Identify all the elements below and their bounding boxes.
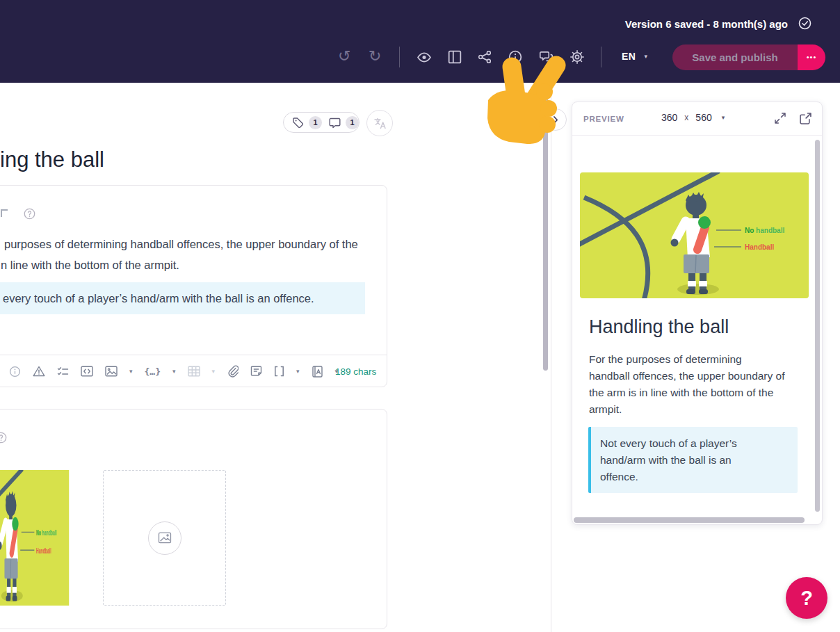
language-label: EN bbox=[622, 51, 636, 62]
top-navbar: Version 6 saved - 8 month(s) ago ↺ ↻ bbox=[0, 0, 840, 83]
preview-course-image bbox=[580, 172, 809, 298]
warning-tool-icon[interactable] bbox=[33, 366, 45, 377]
preview-size-dropdown[interactable]: 360 x 560 ▾ bbox=[661, 112, 725, 123]
attachment-tool-icon[interactable] bbox=[227, 365, 239, 378]
preview-paragraph-line: For the purposes of determining bbox=[589, 351, 798, 368]
editor-callout-text: every touch of a player’s hand/arm with … bbox=[0, 292, 314, 305]
save-and-publish-button[interactable]: Save and publish bbox=[672, 44, 798, 70]
image-placeholder-circle bbox=[148, 521, 181, 555]
translate-button[interactable] bbox=[366, 110, 393, 136]
preview-card-callout: Not every touch of a player’s hand/arm w… bbox=[588, 427, 798, 493]
navbar-divider bbox=[399, 47, 400, 67]
preview-size-separator: x bbox=[684, 113, 688, 122]
tag-count-badge: 1 bbox=[309, 116, 322, 129]
comment-count-badge: 1 bbox=[346, 116, 359, 129]
editor-paragraph-line1[interactable]: purposes of determining handball offence… bbox=[4, 238, 358, 251]
undo-button[interactable]: ↺ bbox=[338, 47, 350, 65]
preview-card-title: Handling the ball bbox=[589, 316, 729, 338]
preview-paragraph-line: handball offences, the upper boundary of bbox=[589, 368, 798, 384]
pointing-hand-cursor bbox=[477, 56, 574, 147]
save-and-publish-label: Save and publish bbox=[692, 51, 777, 63]
language-caret-icon: ▾ bbox=[644, 53, 647, 60]
version-status: Version 6 saved - 8 month(s) ago bbox=[625, 18, 788, 30]
image-placeholder-icon bbox=[158, 532, 172, 544]
preview-vertical-scrollbar[interactable] bbox=[815, 140, 820, 512]
comment-icon bbox=[329, 117, 341, 129]
brackets-tool-icon[interactable] bbox=[274, 366, 284, 377]
preview-header: PREVIEW 360 x 560 ▾ bbox=[572, 102, 822, 136]
block-help-icon[interactable] bbox=[24, 208, 35, 220]
variables-tool-caret-icon[interactable]: ▾ bbox=[172, 368, 176, 375]
code-snippet-tool-icon[interactable] bbox=[81, 366, 93, 377]
layout-button[interactable] bbox=[448, 50, 462, 64]
table-tool-caret-icon: ▾ bbox=[212, 368, 216, 375]
cut-label-fragment bbox=[1, 209, 8, 217]
page-title: ing the ball bbox=[0, 147, 104, 172]
char-count: 189 chars bbox=[335, 366, 376, 377]
block-help-icon-2[interactable] bbox=[0, 432, 7, 444]
table-tool-icon[interactable] bbox=[188, 366, 200, 377]
preview-size-height: 560 bbox=[695, 112, 711, 123]
brackets-tool-caret-icon[interactable]: ▾ bbox=[296, 368, 300, 375]
preview-paragraph-line: the arm is in line with the bottom of th… bbox=[589, 384, 798, 401]
preview-callout-line: hand/arm with the ball is an bbox=[600, 452, 791, 469]
app-root: No handball Handball Version 6 saved - 8… bbox=[0, 0, 840, 632]
redo-button[interactable]: ↻ bbox=[369, 47, 381, 65]
preview-size-caret-icon: ▾ bbox=[722, 114, 725, 121]
info-tool-icon[interactable] bbox=[9, 366, 21, 378]
uploaded-image-thumbnail[interactable] bbox=[0, 470, 86, 606]
translate-icon bbox=[373, 117, 386, 129]
preview-label: PREVIEW bbox=[583, 115, 624, 123]
image-upload-slot[interactable] bbox=[103, 470, 226, 606]
preview-paragraph-line: armpit. bbox=[589, 401, 798, 418]
editor-toolbar: ▾ {…} ▾ ▾ ▾ ▾ bbox=[0, 355, 387, 387]
editor-paragraph-line2[interactable]: n line with the bottom of the armpit. bbox=[1, 259, 179, 272]
help-button[interactable]: ? bbox=[786, 577, 827, 619]
variables-tool-icon[interactable]: {…} bbox=[145, 366, 161, 377]
image-tool-icon[interactable] bbox=[105, 366, 118, 377]
glossary-tool-icon[interactable] bbox=[312, 366, 323, 378]
column-divider bbox=[551, 83, 551, 632]
editor-callout[interactable]: every touch of a player’s hand/arm with … bbox=[0, 282, 365, 314]
images-block-card bbox=[0, 409, 387, 629]
text-block-card: purposes of determining handball offence… bbox=[0, 185, 387, 387]
saved-check-icon bbox=[798, 16, 812, 31]
image-tool-caret-icon[interactable]: ▾ bbox=[129, 368, 133, 375]
note-tool-icon[interactable] bbox=[250, 366, 262, 377]
preview-size-width: 360 bbox=[661, 112, 677, 123]
navbar-divider-2 bbox=[601, 47, 601, 67]
preview-callout-line: offence. bbox=[600, 469, 791, 485]
preview-eye-button[interactable] bbox=[417, 51, 432, 64]
publish-more-label: ••• bbox=[807, 53, 817, 61]
preview-panel: PREVIEW 360 x 560 ▾ Handling t bbox=[572, 102, 823, 525]
publish-more-button[interactable]: ••• bbox=[798, 44, 825, 70]
preview-card-paragraph: For the purposes of determining handball… bbox=[589, 351, 798, 418]
open-preview-new-window-button[interactable] bbox=[800, 113, 811, 124]
preview-horizontal-scrollbar[interactable] bbox=[574, 517, 805, 523]
expand-preview-button[interactable] bbox=[775, 113, 786, 124]
item-badges-pill[interactable]: 1 1 bbox=[283, 112, 360, 133]
language-dropdown[interactable]: EN ▾ bbox=[622, 51, 647, 62]
help-button-label: ? bbox=[800, 587, 813, 610]
checklist-tool-icon[interactable] bbox=[57, 366, 69, 377]
preview-callout-line: Not every touch of a player’s bbox=[600, 435, 791, 452]
tag-icon bbox=[292, 117, 304, 129]
